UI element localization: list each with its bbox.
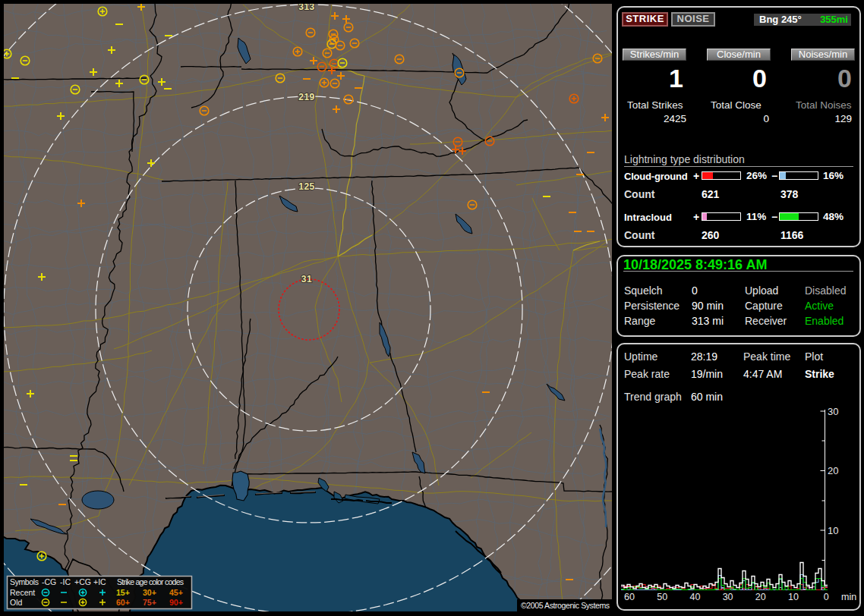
svg-text:15+: 15+ — [116, 588, 130, 597]
svg-text:Symbols: Symbols — [10, 577, 39, 586]
svg-text:Recent: Recent — [10, 588, 35, 597]
svg-text:45+: 45+ — [169, 588, 183, 597]
svg-text:10: 10 — [788, 592, 799, 602]
svg-text:125: 125 — [298, 181, 315, 192]
svg-text:10: 10 — [828, 525, 838, 536]
svg-text:75+: 75+ — [143, 598, 156, 607]
svg-text:40: 40 — [689, 592, 700, 602]
svg-text:90+: 90+ — [169, 598, 183, 607]
svg-text:313: 313 — [298, 4, 315, 12]
svg-text:30+: 30+ — [143, 588, 156, 597]
svg-text:min: min — [841, 592, 856, 602]
svg-text:Strike age color codes: Strike age color codes — [117, 577, 184, 586]
svg-text:©2005 Astrogenic Systems: ©2005 Astrogenic Systems — [521, 601, 610, 610]
svg-text:219: 219 — [298, 92, 315, 102]
svg-text:60: 60 — [624, 592, 635, 602]
svg-text:50: 50 — [657, 592, 667, 602]
svg-text:60+: 60+ — [116, 598, 130, 607]
svg-text:-IC: -IC — [60, 577, 71, 586]
svg-text:31: 31 — [301, 274, 312, 284]
svg-text:+CG: +CG — [74, 577, 91, 586]
svg-text:Old: Old — [10, 598, 23, 607]
svg-text:+IC: +IC — [93, 577, 106, 586]
svg-text:20: 20 — [828, 465, 838, 476]
svg-text:30: 30 — [828, 406, 838, 417]
svg-text:0: 0 — [824, 592, 829, 602]
svg-text:-CG: -CG — [42, 577, 56, 586]
svg-text:20: 20 — [755, 592, 766, 602]
svg-text:30: 30 — [723, 592, 733, 602]
